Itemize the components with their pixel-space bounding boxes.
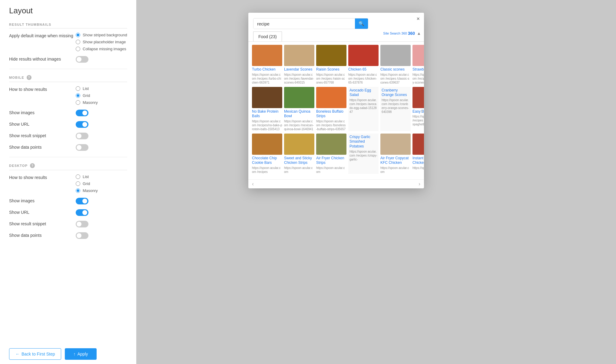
scroll-right-arrow[interactable]: › <box>419 181 420 187</box>
result-title: Classic scones <box>380 67 411 72</box>
result-title: Chocolate Chip Cookie Bars <box>252 156 282 165</box>
option-placeholder[interactable]: Show placeholder image <box>76 40 127 44</box>
desktop-show-url-slider <box>76 209 88 216</box>
mobile-show-data-points-row: Show data points <box>9 144 127 151</box>
result-image <box>252 45 282 66</box>
modal-footer: ‹ › <box>248 179 424 188</box>
mobile-radio-grid[interactable] <box>76 93 80 98</box>
hide-results-slider <box>76 56 88 63</box>
mobile-show-images-label: Show images <box>9 110 76 115</box>
result-url: https://spoon acular.com /recipes /raisi… <box>316 73 346 84</box>
radio-collapse[interactable] <box>76 47 80 51</box>
mobile-show-results-row: How to show results List Grid Masonry <box>9 86 127 105</box>
apply-default-label: Apply default image when missing <box>9 33 76 38</box>
result-image <box>284 87 314 108</box>
list-item: Instant BBQ Chicken Thighs https://spo a… <box>412 134 424 174</box>
mobile-show-snippet-label: Show result snippet <box>9 133 76 138</box>
result-title: Mexican Quinoa Bowl <box>284 109 314 119</box>
result-url: https://spoon acular.com /recipes /bonel… <box>316 119 346 131</box>
mobile-show-data-points-slider <box>76 144 88 151</box>
result-image <box>380 45 411 66</box>
mobile-show-images-toggle[interactable] <box>76 110 88 116</box>
list-item: Chocolate Chip Cookie Bars https://spoon… <box>252 134 282 174</box>
scroll-right-indicator: › <box>421 107 423 114</box>
result-url: https://spoon acular.com /recipes/no-bak… <box>252 119 282 131</box>
page-title: Layout <box>9 6 127 15</box>
result-url: https://spoon acular.com /recipes /cranb… <box>382 98 409 114</box>
upload-icon: ↑ <box>73 352 75 356</box>
result-image <box>284 134 314 155</box>
result-url: https://spoon acular.com /recipes /straw… <box>412 73 424 84</box>
mobile-show-url-toggle[interactable] <box>76 121 88 128</box>
search-icon: 🔍 <box>359 21 364 26</box>
hide-results-toggle[interactable] <box>76 56 88 63</box>
grid-row-1: Turbo Chicken https://spoon acular.com /… <box>252 45 420 84</box>
desktop-show-snippet-label: Show result snippet <box>9 221 76 226</box>
mobile-section: MOBILE ? <box>9 75 127 82</box>
desktop-help-icon[interactable]: ? <box>30 163 35 168</box>
mobile-help-icon[interactable]: ? <box>27 75 31 80</box>
thumbnail-radio-group: Show striped background Show placeholder… <box>76 33 127 51</box>
search-bar: 🔍 <box>253 18 368 29</box>
result-url: https://spoon acular.com <box>316 166 346 174</box>
desktop-radio-grid[interactable] <box>76 181 80 186</box>
result-url: https://spoon acular.com <box>284 166 314 174</box>
result-title: Lavendar Scones <box>284 67 314 72</box>
result-image <box>316 87 346 108</box>
result-title: Instant BBQ Chicken Thighs <box>412 156 424 165</box>
radio-striped[interactable] <box>76 33 80 37</box>
result-url: https://spoon acular.com /recipes /crisp… <box>349 150 377 161</box>
list-item: Lavendar Scones https://spoon acular.com… <box>284 45 314 84</box>
desktop-show-data-points-slider <box>76 232 88 239</box>
mobile-radio-masonry[interactable] <box>76 100 80 105</box>
mobile-radio-list[interactable] <box>76 86 80 91</box>
search-button[interactable]: 🔍 <box>355 18 368 29</box>
desktop-show-data-points-row: Show data points <box>9 232 127 239</box>
radio-placeholder[interactable] <box>76 40 80 44</box>
desktop-option-grid[interactable]: Grid <box>76 181 98 186</box>
desktop-show-images-toggle[interactable] <box>76 198 88 204</box>
desktop-show-snippet-slider <box>76 221 88 227</box>
desktop-show-data-points-toggle[interactable] <box>76 232 88 239</box>
list-item: Air Fryer Chicken Strips https://spoon a… <box>316 134 346 174</box>
scroll-left-arrow[interactable]: ‹ <box>252 181 254 187</box>
result-title: Raisin Scones <box>316 67 346 72</box>
mobile-option-list[interactable]: List <box>76 86 98 91</box>
mobile-show-results-label: How to show results <box>9 86 76 92</box>
search-input[interactable] <box>253 19 355 29</box>
result-image <box>412 134 424 155</box>
desktop-radio-masonry[interactable] <box>76 188 80 193</box>
mobile-show-url-slider <box>76 121 88 128</box>
result-image <box>412 45 424 66</box>
desktop-show-url-toggle[interactable] <box>76 209 88 216</box>
list-item: Air Fryer Copycat KFC Chicken https://sp… <box>380 134 411 174</box>
back-to-first-step-button[interactable]: ← Back to First Step <box>9 348 61 360</box>
modal-close-button[interactable]: × <box>416 16 420 22</box>
result-title: Avocado Egg Salad <box>349 88 377 98</box>
mobile-option-masonry[interactable]: Masonry <box>76 100 98 105</box>
mobile-show-snippet-row: Show result snippet <box>9 133 127 139</box>
food-tab[interactable]: Food (23) <box>253 31 282 41</box>
desktop-show-results-row: How to show results List Grid Masonry <box>9 174 127 193</box>
option-collapse[interactable]: Collapse missing images <box>76 47 127 51</box>
apply-button[interactable]: ↑ Apply <box>65 348 96 360</box>
mobile-show-snippet-toggle[interactable] <box>76 133 88 139</box>
desktop-radio-list[interactable] <box>76 174 80 179</box>
result-image <box>284 45 314 66</box>
result-url: https://spoon acular.com /recipes /class… <box>380 73 411 84</box>
mobile-option-grid[interactable]: Grid <box>76 93 98 98</box>
mobile-layout-radio-group: List Grid Masonry <box>76 86 98 105</box>
option-striped[interactable]: Show striped background <box>76 33 127 37</box>
list-item: Classic scones https://spoon acular.com … <box>380 45 411 84</box>
result-image <box>348 45 379 66</box>
result-url: https://spoon acular.com /recipes <box>252 166 282 174</box>
mobile-show-data-points-toggle[interactable] <box>76 144 88 151</box>
desktop-show-results-label: How to show results <box>9 174 76 180</box>
result-url: https://spoon acular.com <box>380 166 411 174</box>
desktop-option-list[interactable]: List <box>76 174 98 179</box>
results-grid: Turbo Chicken https://spoon acular.com /… <box>248 42 424 179</box>
desktop-show-url-row: Show URL <box>9 209 127 216</box>
desktop-option-masonry[interactable]: Masonry <box>76 188 98 193</box>
mobile-show-url-label: Show URL <box>9 121 76 127</box>
desktop-show-snippet-toggle[interactable] <box>76 221 88 227</box>
